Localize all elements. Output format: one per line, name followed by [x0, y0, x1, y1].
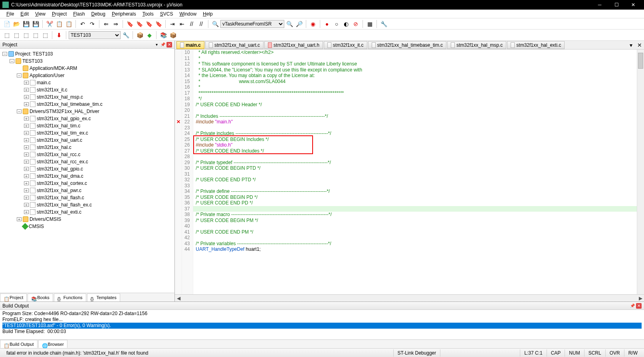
output-tab-build-output[interactable]: 📋Build Output	[0, 340, 38, 348]
tree-file-stm32f1xx_hal_rcc-c[interactable]: +stm32f1xx_hal_rcc.c	[0, 151, 174, 158]
find-next-icon[interactable]: 🔍	[285, 20, 294, 28]
editor-tab-stm32f1xx_hal_uart-h[interactable]: stm32f1xx_hal_uart.h	[264, 41, 323, 49]
tree-file-stm32f1xx_hal_cortex-c[interactable]: +stm32f1xx_hal_cortex.c	[0, 180, 174, 187]
bookmark-clear-icon[interactable]: 🔖	[154, 20, 163, 28]
bookmark-icon[interactable]: 🔖	[125, 20, 134, 28]
build-close-icon[interactable]: ✕	[636, 303, 642, 309]
editor-vscrollbar[interactable]	[637, 50, 644, 294]
menu-project[interactable]: Project	[49, 10, 70, 18]
build-line[interactable]: FromELF: creating hex file...	[2, 317, 642, 323]
editor-tab-stm32f1xx_it-c[interactable]: stm32f1xx_it.c	[324, 41, 367, 49]
build-line[interactable]: "TEST103\TEST103.axf" - 0 Error(s), 0 Wa…	[2, 323, 642, 329]
menu-window[interactable]: Window	[176, 10, 200, 18]
tab-close-icon[interactable]: ✕	[635, 41, 644, 50]
build-icon[interactable]: ⬚	[12, 31, 21, 40]
tree-group-0[interactable]: +Application/MDK-ARM	[0, 65, 174, 72]
maximize-button[interactable]: ☐	[608, 0, 625, 10]
nav-fwd-icon[interactable]: ⇒	[111, 20, 120, 28]
build-pin-icon[interactable]: 📌	[630, 303, 635, 309]
close-button[interactable]: ✕	[625, 0, 642, 10]
pack-installer-icon[interactable]: 📦	[168, 31, 177, 40]
editor-tab-main-c[interactable]: main.c	[176, 41, 204, 49]
breakpoint-kill-icon[interactable]: ⊘	[351, 20, 360, 28]
tree-project-root[interactable]: −Project: TEST103	[0, 50, 174, 58]
nav-back-icon[interactable]: ⇐	[102, 20, 111, 28]
books-window-icon[interactable]: 📚	[159, 31, 168, 40]
tree-group-2[interactable]: −Drivers/STM32F1xx_HAL_Driver	[0, 108, 174, 115]
menu-flash[interactable]: Flash	[70, 10, 88, 18]
manage-rte-icon[interactable]: ◆	[145, 31, 154, 40]
minimize-button[interactable]: ─	[591, 0, 608, 10]
comment-icon[interactable]: //	[187, 20, 196, 28]
outdent-icon[interactable]: ⇤	[178, 20, 186, 28]
tree-file-stm32f1xx_hal_flash_ex-c[interactable]: +stm32f1xx_hal_flash_ex.c	[0, 201, 174, 208]
tree-file-stm32f1xx_hal_gpio-c[interactable]: +stm32f1xx_hal_gpio.c	[0, 165, 174, 173]
save-icon[interactable]: 💾	[22, 20, 30, 28]
save-all-icon[interactable]: 💾	[31, 20, 40, 28]
menu-help[interactable]: Help	[200, 10, 216, 18]
tab-list-icon[interactable]: ▾	[626, 41, 635, 50]
editor-hscrollbar[interactable]: ◀▶	[175, 294, 644, 301]
tree-file-stm32f1xx_hal_pwr-c[interactable]: +stm32f1xx_hal_pwr.c	[0, 187, 174, 194]
editor-tab-stm32f1xx_hal_timebase_tim-c[interactable]: stm32f1xx_hal_timebase_tim.c	[368, 41, 447, 49]
editor-tab-stm32f1xx_hal_uart-c[interactable]: stm32f1xx_hal_uart.c	[205, 41, 264, 49]
output-tab-browser[interactable]: 🌐Browser	[38, 340, 67, 348]
tree-target[interactable]: −TEST103	[0, 58, 174, 65]
tree-file-stm32f1xx_hal_exti-c[interactable]: +stm32f1xx_hal_exti.c	[0, 208, 174, 216]
target-select[interactable]: TEST103	[69, 31, 121, 39]
breakpoint-insert-icon[interactable]: ●	[323, 20, 331, 28]
build-line[interactable]: Build Time Elapsed: 00:00:03	[2, 329, 642, 335]
project-tree[interactable]: −Project: TEST103−TEST103+Application/MD…	[0, 49, 174, 293]
tree-file-stm32f1xx_hal_flash-c[interactable]: +stm32f1xx_hal_flash.c	[0, 194, 174, 201]
window-layout-icon[interactable]: ▦	[365, 20, 374, 28]
menu-edit[interactable]: Edit	[17, 10, 32, 18]
incremental-find-icon[interactable]: 🔎	[295, 20, 303, 28]
project-tab-project[interactable]: 📋Project	[0, 294, 27, 301]
build-output-body[interactable]: Program Size: Code=4496 RO-data=292 RW-d…	[0, 310, 644, 339]
editor-tab-stm32f1xx_hal_exti-c[interactable]: stm32f1xx_hal_exti.c	[507, 41, 565, 49]
code-editor[interactable]: ✕ 10111213141516171819202122232425262728…	[175, 50, 644, 294]
configure-icon[interactable]: 🔧	[379, 20, 388, 28]
tree-file-stm32f1xx_hal_msp-c[interactable]: +stm32f1xx_hal_msp.c	[0, 93, 174, 101]
panel-pin-icon[interactable]: 📌	[160, 42, 166, 48]
panel-close-icon[interactable]: ✕	[166, 42, 172, 48]
project-tab-books[interactable]: 📚Books	[28, 294, 53, 301]
bookmark-prev-icon[interactable]: 🔖	[135, 20, 144, 28]
tree-file-stm32f1xx_hal-c[interactable]: +stm32f1xx_hal.c	[0, 144, 174, 151]
target-options-icon[interactable]: 🔧	[121, 31, 130, 40]
redo-icon[interactable]: ↷	[88, 20, 97, 28]
tree-file-stm32f1xx_hal_uart-c[interactable]: +stm32f1xx_hal_uart.c	[0, 137, 174, 144]
project-tab-templates[interactable]: {}Templates	[87, 294, 120, 301]
menu-view[interactable]: View	[32, 10, 49, 18]
panel-dropdown-icon[interactable]: ▾	[154, 42, 159, 48]
translate-icon[interactable]: ⬚	[2, 31, 11, 40]
editor-tab-stm32f1xx_hal_msp-c[interactable]: stm32f1xx_hal_msp.c	[447, 41, 506, 49]
new-file-icon[interactable]: 📄	[2, 20, 11, 28]
build-line[interactable]: Program Size: Code=4496 RO-data=292 RW-d…	[2, 311, 642, 317]
undo-icon[interactable]: ↶	[78, 20, 87, 28]
batch-build-icon[interactable]: ⬚	[31, 31, 40, 40]
find-icon[interactable]: 🔍	[211, 20, 220, 28]
rebuild-icon[interactable]: ⬚	[22, 31, 30, 40]
breakpoint-disable-icon[interactable]: ◐	[342, 20, 351, 28]
menu-tools[interactable]: Tools	[139, 10, 157, 18]
tree-group-4[interactable]: +CMSIS	[0, 223, 174, 230]
menu-file[interactable]: File	[3, 10, 17, 18]
menu-debug[interactable]: Debug	[88, 10, 109, 18]
tree-file-stm32f1xx_hal_timebase_tim-c[interactable]: +stm32f1xx_hal_timebase_tim.c	[0, 101, 174, 108]
project-tab-functions[interactable]: {}Functions	[54, 294, 86, 301]
cut-icon[interactable]: ✂️	[45, 20, 54, 28]
download-icon[interactable]: ⬇	[55, 31, 63, 40]
tree-group-3[interactable]: +Drivers/CMSIS	[0, 216, 174, 223]
menu-peripherals[interactable]: Peripherals	[109, 10, 139, 18]
tree-file-stm32f1xx_hal_dma-c[interactable]: +stm32f1xx_hal_dma.c	[0, 173, 174, 180]
bookmark-next-icon[interactable]: 🔖	[145, 20, 153, 28]
open-file-icon[interactable]: 📂	[12, 20, 21, 28]
tree-file-stm32f1xx_it-c[interactable]: +stm32f1xx_it.c	[0, 86, 174, 93]
manage-project-icon[interactable]: 📦	[135, 31, 144, 40]
tree-file-stm32f1xx_hal_rcc_ex-c[interactable]: +stm32f1xx_hal_rcc_ex.c	[0, 158, 174, 165]
indent-icon[interactable]: ⇥	[168, 20, 177, 28]
tree-file-stm32f1xx_hal_tim-c[interactable]: +stm32f1xx_hal_tim.c	[0, 122, 174, 129]
find-combo[interactable]: vTaskResumeFromISR	[220, 20, 284, 28]
tree-file-main-c[interactable]: +main.c	[0, 79, 174, 86]
